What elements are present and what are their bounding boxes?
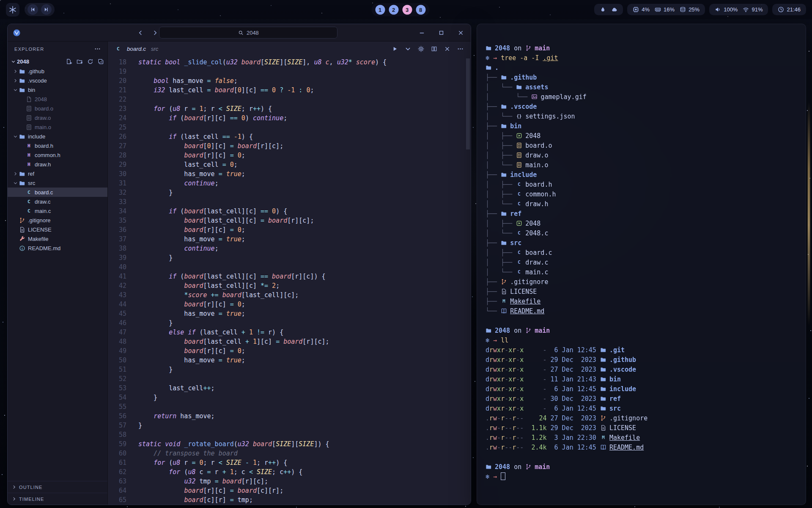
explorer-more-icon[interactable] [94, 46, 101, 52]
code-line[interactable]: 50 has_move = true; [108, 356, 471, 365]
terminal-link[interactable]: .git [543, 54, 558, 62]
close-button[interactable] [457, 29, 465, 37]
code-line[interactable]: 20 bool has_move = false; [108, 76, 471, 86]
nix-logo-button[interactable] [6, 3, 19, 17]
play-button[interactable] [391, 45, 398, 52]
timeline-panel-header[interactable]: TIMELINE [8, 493, 107, 505]
file-item-README.md[interactable]: README.md [8, 243, 107, 253]
back-button[interactable] [136, 28, 145, 37]
file-item-LICENSE[interactable]: LICENSE [8, 225, 107, 234]
code-line[interactable]: 19 [108, 67, 471, 76]
refresh-button[interactable] [87, 58, 93, 65]
code-line[interactable]: 55 [108, 402, 471, 411]
code-line[interactable]: 23 for (u8 r = 1; r < SIZE; r++) { [108, 104, 471, 113]
editor-titlebar[interactable]: 2048 [8, 24, 471, 41]
code-line[interactable]: 38 continue; [108, 244, 471, 253]
more-button[interactable] [456, 45, 464, 52]
code-line[interactable]: 45 has_move = true; [108, 309, 471, 318]
new-folder-button[interactable] [76, 58, 83, 65]
code-line[interactable]: 30 has_move = true; [108, 169, 471, 179]
code-line[interactable]: 36 board[r][c] = 0; [108, 225, 471, 235]
code-line[interactable]: 18static bool _slide_col(u32 board[SIZE]… [108, 58, 471, 67]
code-line[interactable]: 39 } [108, 253, 471, 262]
audio-network-widget[interactable]: 100%91% [709, 4, 768, 15]
breadcrumb-file[interactable]: board.c [127, 46, 146, 52]
code-line[interactable]: 24 if (board[r][c] == 0) continue; [108, 113, 471, 123]
code-line[interactable]: 40 [108, 262, 471, 272]
code-line[interactable]: 35 board[last_cell][c] = board[r][c]; [108, 216, 471, 225]
workspace-8[interactable]: 8 [416, 5, 425, 14]
code-line[interactable]: 64 board[r][c] = board[c][r]; [108, 486, 471, 495]
file-item-draw.o[interactable]: draw.o [8, 113, 107, 122]
breadcrumb-context[interactable]: src [151, 46, 158, 52]
code-line[interactable]: 21 i32 last_cell = board[0][c] == 0 ? -1… [108, 86, 471, 95]
workspace-2[interactable]: 2 [389, 5, 398, 14]
code-line[interactable]: 28 board[r][c] = 0; [108, 151, 471, 160]
code-line[interactable]: 33 [108, 197, 471, 207]
terminal-link[interactable]: README.md [510, 307, 544, 315]
code-line[interactable]: 60 // transpose the board [108, 449, 471, 458]
next-button[interactable] [41, 4, 52, 15]
code-line[interactable]: 52 [108, 374, 471, 384]
code-line[interactable]: 34 if (board[last_cell][c] == 0) { [108, 207, 471, 216]
weather-widget[interactable] [594, 4, 623, 15]
code-line[interactable]: 29 last_cell = 0; [108, 160, 471, 169]
code-line[interactable]: 65 board[c][r] = tmp; [108, 495, 471, 505]
file-item-include[interactable]: include [8, 132, 107, 141]
forward-button[interactable] [150, 28, 159, 37]
prev-button[interactable] [27, 4, 38, 15]
file-item-board.c[interactable]: board.c [8, 188, 107, 197]
code-line[interactable]: 63 u32 tmp = board[r][c]; [108, 477, 471, 486]
file-item-common.h[interactable]: common.h [8, 150, 107, 160]
file-item-2048[interactable]: 2048 [8, 94, 107, 104]
code-line[interactable]: 51 } [108, 365, 471, 374]
code-line[interactable]: 56 return has_move; [108, 411, 471, 421]
minimize-button[interactable] [418, 29, 426, 37]
terminal-link[interactable]: Makefile [510, 298, 540, 305]
new-file-button[interactable] [66, 58, 72, 65]
file-item-Makefile[interactable]: Makefile [8, 234, 107, 243]
code-line[interactable]: 25 [108, 123, 471, 132]
file-item-draw.c[interactable]: draw.c [8, 197, 107, 206]
settings-button[interactable] [417, 45, 425, 52]
chev-down-button[interactable] [404, 45, 411, 52]
code-line[interactable]: 53 last_cell++; [108, 384, 471, 393]
collapse-button[interactable] [97, 58, 104, 65]
code-line[interactable]: 37 has_move = true; [108, 235, 471, 244]
code-line[interactable]: 54 } [108, 393, 471, 402]
code-line[interactable]: 44 board[r][c] = 0; [108, 300, 471, 309]
file-item-.gitignore[interactable]: .gitignore [8, 215, 107, 225]
editor-scrollbar[interactable] [466, 58, 470, 149]
workspace-3[interactable]: 3 [402, 5, 412, 14]
code-line[interactable]: 43 *score += board[last_cell][c]; [108, 290, 471, 300]
outline-panel-header[interactable]: OUTLINE [8, 481, 107, 493]
file-item-src[interactable]: src [8, 178, 107, 188]
code-line[interactable]: 59static void _rotate_board(u32 board[SI… [108, 439, 471, 449]
terminal-link[interactable]: Makefile [609, 434, 640, 442]
code-line[interactable]: 22 [108, 95, 471, 104]
file-item-board.h[interactable]: board.h [8, 141, 107, 150]
command-center-search[interactable]: 2048 [159, 27, 337, 39]
file-item-.vscode[interactable]: .vscode [8, 76, 107, 85]
code-line[interactable]: 27 board[0][c] = board[r][c]; [108, 141, 471, 151]
code-line[interactable]: 62 for (u8 c = r + 1; c < SIZE; c++) { [108, 467, 471, 477]
code-line[interactable]: 61 for (u8 r = 0; r < SIZE - 1; r++) { [108, 458, 471, 467]
code-line[interactable]: 41 if (board[last_cell][c] == board[r][c… [108, 272, 471, 281]
code-line[interactable]: 46 } [108, 318, 471, 328]
code-line[interactable]: 26 if (last_cell == -1) { [108, 132, 471, 141]
system-stats-widget[interactable]: 4%16%25% [627, 4, 705, 15]
terminal-window[interactable]: 2048 on main❄ → tree -a -I .git.├── .git… [477, 24, 806, 505]
terminal-link[interactable]: README.md [609, 444, 644, 451]
file-item-main.c[interactable]: main.c [8, 206, 107, 215]
code-line[interactable]: 58 [108, 430, 471, 439]
maximize-button[interactable] [437, 29, 445, 37]
file-item-main.o[interactable]: main.o [8, 122, 107, 132]
clock-widget[interactable]: 21:46 [772, 4, 806, 15]
code-line[interactable]: 49 board[r][c] = 0; [108, 346, 471, 356]
file-item-bin[interactable]: bin [8, 85, 107, 94]
project-root-row[interactable]: 2048 [8, 56, 107, 66]
code-line[interactable]: 31 continue; [108, 179, 471, 188]
file-item-.github[interactable]: .github [8, 66, 107, 76]
code-line[interactable]: 32 } [108, 188, 471, 197]
file-item-board.o[interactable]: board.o [8, 104, 107, 113]
